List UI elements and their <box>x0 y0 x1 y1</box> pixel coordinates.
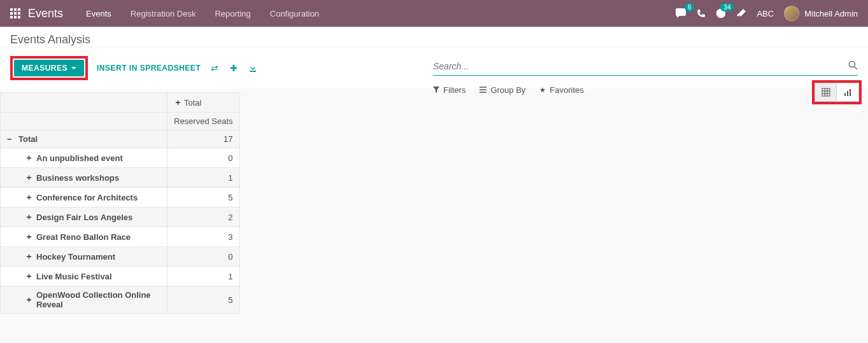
apps-icon[interactable] <box>10 8 20 18</box>
pivot-row[interactable]: ＋Conference for Architects <box>1 188 167 207</box>
pivot-row[interactable]: ＋Live Music Festival <box>1 267 167 286</box>
pivot-corner2 <box>1 113 167 130</box>
svg-point-1 <box>850 62 855 67</box>
col-total-label: Total <box>184 98 201 108</box>
pivot-row-label: An unpublished event <box>36 153 123 163</box>
pivot-row-label: OpenWood Collection Online Reveal <box>36 290 160 309</box>
messages-icon[interactable]: 6 <box>675 8 687 18</box>
plus-icon: ＋ <box>25 192 31 203</box>
plus-icon: ＋ <box>25 251 31 262</box>
pivot-row[interactable]: ＋Hockey Tournament <box>1 247 167 267</box>
pivot-cell: 1 <box>167 267 240 286</box>
caret-down-icon <box>71 67 76 69</box>
nav-link-events[interactable]: Events <box>78 6 119 21</box>
pivot-cell: 5 <box>167 188 240 207</box>
view-header: Events Analysis <box>0 27 868 46</box>
insert-spreadsheet-button[interactable]: INSERT IN SPREADSHEET <box>97 64 201 73</box>
pivot-col-total[interactable]: ＋Total <box>167 93 240 113</box>
plus-icon: ＋ <box>174 97 180 108</box>
pivot-row[interactable]: ＋OpenWood Collection Online Reveal <box>1 286 167 314</box>
download-icon[interactable] <box>248 64 258 73</box>
pivot-row-label: Live Music Festival <box>36 272 112 281</box>
avatar <box>784 6 799 21</box>
user-menu[interactable]: Mitchell Admin <box>784 6 858 21</box>
pivot-total-value: 17 <box>167 130 240 148</box>
activities-icon[interactable]: 34 <box>716 8 726 18</box>
pivot-cell: 0 <box>167 148 240 168</box>
pivot-table: ＋Total Reserved Seats −Total 17 ＋An unpu… <box>0 92 240 314</box>
nav-links: Events Registration Desk Reporting Confi… <box>78 6 327 21</box>
pivot-row[interactable]: ＋Business workshops <box>1 168 167 188</box>
pivot-row[interactable]: ＋Design Fair Los Angeles <box>1 207 167 227</box>
nav-link-configuration[interactable]: Configuration <box>262 6 327 21</box>
pivot-row-total[interactable]: −Total <box>1 130 167 148</box>
messages-badge: 6 <box>685 3 695 11</box>
expand-all-icon[interactable]: ✚ <box>229 63 239 73</box>
nav-link-registration-desk[interactable]: Registration Desk <box>123 6 204 21</box>
page-title: Events Analysis <box>10 33 858 46</box>
pivot-row-label: Business workshops <box>36 173 119 183</box>
pivot-cell: 2 <box>167 207 240 227</box>
nav-link-reporting[interactable]: Reporting <box>207 6 258 21</box>
pivot-row-label: Great Reno Ballon Race <box>36 232 131 242</box>
svg-line-2 <box>855 67 857 69</box>
pivot-cell: 0 <box>167 247 240 267</box>
pivot-measure-header[interactable]: Reserved Seats <box>167 113 240 130</box>
pivot-cell: 3 <box>167 227 240 247</box>
left-controls: MEASURES INSERT IN SPREADSHEET ⇄ ✚ <box>10 56 258 80</box>
pivot-row[interactable]: ＋An unpublished event <box>1 148 167 168</box>
app-brand[interactable]: Events <box>28 7 63 20</box>
minus-icon: − <box>7 134 13 144</box>
flip-axis-icon[interactable]: ⇄ <box>210 63 220 73</box>
content-area: ＋Total Reserved Seats −Total 17 ＋An unpu… <box>0 92 868 314</box>
search-bar <box>433 59 858 76</box>
pivot-row-label: Conference for Architects <box>36 193 138 202</box>
measures-button[interactable]: MEASURES <box>14 60 84 76</box>
measures-label: MEASURES <box>22 64 68 73</box>
pivot-cell: 1 <box>167 168 240 188</box>
search-input[interactable] <box>433 59 848 74</box>
plus-icon: ＋ <box>25 294 31 305</box>
pivot-row-label: Design Fair Los Angeles <box>36 213 132 222</box>
pivot-row[interactable]: ＋Great Reno Ballon Race <box>1 227 167 247</box>
plus-icon: ＋ <box>25 231 31 242</box>
navbar: Events Events Registration Desk Reportin… <box>0 0 868 27</box>
abc-text[interactable]: ABC <box>757 9 774 18</box>
plus-icon: ＋ <box>25 152 31 164</box>
measures-highlight: MEASURES <box>10 56 88 80</box>
plus-icon: ＋ <box>25 172 31 183</box>
user-name: Mitchell Admin <box>804 9 858 18</box>
activities-badge: 34 <box>720 3 734 11</box>
phone-icon[interactable] <box>697 9 706 18</box>
tools-icon[interactable] <box>736 8 746 18</box>
pivot-cell: 5 <box>167 286 240 314</box>
plus-icon: ＋ <box>25 211 31 223</box>
pivot-row-label: Hockey Tournament <box>36 252 115 262</box>
pivot-corner <box>1 93 167 113</box>
search-icon[interactable] <box>848 60 858 72</box>
navbar-right: 6 34 ABC Mitchell Admin <box>675 6 858 21</box>
plus-icon: ＋ <box>25 270 31 282</box>
row-total-label: Total <box>18 134 38 144</box>
